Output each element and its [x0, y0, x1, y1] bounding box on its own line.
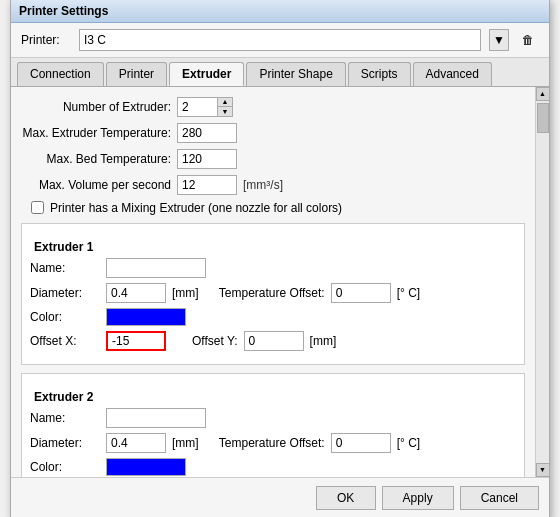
extruder1-offset-unit: [mm]	[310, 334, 337, 348]
extruder2-color-swatch[interactable]	[106, 458, 186, 476]
mixing-extruder-checkbox[interactable]	[31, 201, 44, 214]
mixing-extruder-row: Printer has a Mixing Extruder (one nozzl…	[21, 201, 525, 215]
tab-extruder[interactable]: Extruder	[169, 62, 244, 86]
scroll-down-button[interactable]: ▼	[536, 463, 550, 477]
extruder1-color-swatch[interactable]	[106, 308, 186, 326]
max-vol-unit: [mm³/s]	[243, 178, 283, 192]
extruder1-offset-y-label: Offset Y:	[192, 334, 238, 348]
cancel-button[interactable]: Cancel	[460, 486, 539, 510]
max-ext-temp-row: Max. Extruder Temperature:	[21, 123, 525, 143]
extruder2-color-label: Color:	[30, 460, 100, 474]
max-bed-temp-label: Max. Bed Temperature:	[21, 152, 171, 166]
max-vol-label: Max. Volume per second	[21, 178, 171, 192]
apply-button[interactable]: Apply	[382, 486, 454, 510]
extruder1-offset-x-label: Offset X:	[30, 334, 100, 348]
scrollbar: ▲ ▼	[535, 87, 549, 477]
delete-button[interactable]: 🗑	[517, 29, 539, 51]
max-ext-temp-label: Max. Extruder Temperature:	[21, 126, 171, 140]
printer-row: Printer: ▼ 🗑	[11, 23, 549, 58]
scroll-thumb[interactable]	[537, 103, 549, 133]
extruder1-name-input[interactable]	[106, 258, 206, 278]
extruder1-section: Extruder 1 Name: Diameter: [mm] Temperat…	[21, 223, 525, 365]
extruder2-diameter-input[interactable]	[106, 433, 166, 453]
extruder1-color-label: Color:	[30, 310, 100, 324]
extruder1-diameter-row: Diameter: [mm] Temperature Offset: [° C]	[30, 283, 516, 303]
printer-settings-window: Printer Settings Printer: ▼ 🗑 Connection…	[10, 0, 550, 517]
max-bed-temp-input[interactable]	[177, 149, 237, 169]
extruder2-name-label: Name:	[30, 411, 100, 425]
extruder2-temp-offset-label: Temperature Offset:	[205, 436, 325, 450]
max-ext-temp-input[interactable]	[177, 123, 237, 143]
tab-bar: Connection Printer Extruder Printer Shap…	[11, 58, 549, 87]
extruder1-name-row: Name:	[30, 258, 516, 278]
content-area: Number of Extruder: ▲ ▼ Max. Extruder Te…	[11, 87, 535, 477]
extruder2-temp-offset-input[interactable]	[331, 433, 391, 453]
tab-connection[interactable]: Connection	[17, 62, 104, 86]
ok-button[interactable]: OK	[316, 486, 376, 510]
extruder1-header: Extruder 1	[30, 240, 516, 254]
extruder1-offset-x-input[interactable]	[106, 331, 166, 351]
extruder1-name-label: Name:	[30, 261, 100, 275]
extruder1-diameter-input[interactable]	[106, 283, 166, 303]
extruder1-offset-row: Offset X: Offset Y: [mm]	[30, 331, 516, 351]
extruder2-diameter-label: Diameter:	[30, 436, 100, 450]
extruder1-diameter-unit: [mm]	[172, 286, 199, 300]
extruder1-diameter-label: Diameter:	[30, 286, 100, 300]
extruder2-section: Extruder 2 Name: Diameter: [mm] Temperat…	[21, 373, 525, 477]
extruder2-header: Extruder 2	[30, 390, 516, 404]
spinner-up[interactable]: ▲	[218, 98, 232, 107]
num-extruder-spinner: ▲ ▼	[177, 97, 233, 117]
max-bed-temp-row: Max. Bed Temperature:	[21, 149, 525, 169]
spinner-arrows: ▲ ▼	[217, 97, 233, 117]
tab-advanced[interactable]: Advanced	[413, 62, 492, 86]
bottom-bar: OK Apply Cancel	[11, 477, 549, 518]
extruder1-offset-y-input[interactable]	[244, 331, 304, 351]
extruder1-temp-unit: [° C]	[397, 286, 420, 300]
max-vol-row: Max. Volume per second [mm³/s]	[21, 175, 525, 195]
extruder2-diameter-unit: [mm]	[172, 436, 199, 450]
num-extruder-label: Number of Extruder:	[21, 100, 171, 114]
scroll-up-button[interactable]: ▲	[536, 87, 550, 101]
extruder1-color-row: Color:	[30, 308, 516, 326]
window-title: Printer Settings	[19, 4, 541, 18]
tab-printer-shape[interactable]: Printer Shape	[246, 62, 345, 86]
content-wrapper: Number of Extruder: ▲ ▼ Max. Extruder Te…	[11, 87, 549, 477]
extruder1-temp-offset-label: Temperature Offset:	[205, 286, 325, 300]
spinner-down[interactable]: ▼	[218, 107, 232, 116]
printer-input[interactable]	[79, 29, 481, 51]
mixing-extruder-label: Printer has a Mixing Extruder (one nozzl…	[50, 201, 342, 215]
num-extruder-input[interactable]	[177, 97, 217, 117]
max-vol-input[interactable]	[177, 175, 237, 195]
printer-label: Printer:	[21, 33, 71, 47]
extruder2-name-row: Name:	[30, 408, 516, 428]
extruder2-temp-unit: [° C]	[397, 436, 420, 450]
extruder2-name-input[interactable]	[106, 408, 206, 428]
num-extruder-row: Number of Extruder: ▲ ▼	[21, 97, 525, 117]
printer-dropdown-arrow[interactable]: ▼	[489, 29, 509, 51]
tab-scripts[interactable]: Scripts	[348, 62, 411, 86]
title-bar: Printer Settings	[11, 0, 549, 23]
extruder2-diameter-row: Diameter: [mm] Temperature Offset: [° C]	[30, 433, 516, 453]
extruder2-color-row: Color:	[30, 458, 516, 476]
extruder1-temp-offset-input[interactable]	[331, 283, 391, 303]
tab-printer[interactable]: Printer	[106, 62, 167, 86]
